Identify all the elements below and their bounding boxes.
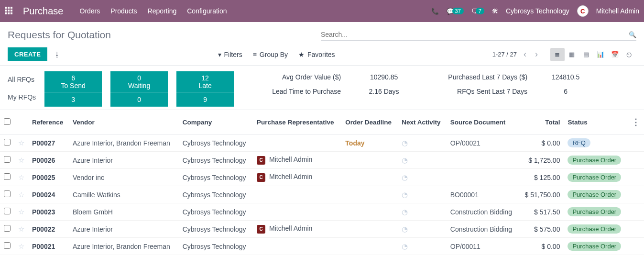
cell-rep: CMitchell Admin	[253, 169, 341, 186]
pager-prev[interactable]: ‹	[522, 49, 528, 59]
nav-configuration[interactable]: Configuration	[187, 7, 227, 15]
view-list-icon[interactable]: ≣	[550, 48, 565, 61]
cell-company: Cybrosys Technology	[179, 203, 253, 221]
app-brand[interactable]: Purchase	[23, 6, 64, 17]
view-activity-icon[interactable]: ◴	[622, 48, 636, 61]
nav-reporting[interactable]: Reporting	[148, 7, 177, 15]
table-row[interactable]: ☆P00021Azure Interior, Brandon FreemanCy…	[0, 238, 644, 255]
table-row[interactable]: ☆P00024Camille WatkinsCybrosys Technolog…	[0, 186, 644, 203]
row-checkbox[interactable]	[4, 173, 11, 180]
star-icon[interactable]: ☆	[14, 238, 28, 255]
table-row[interactable]: ☆P00022Azure InteriorCybrosys Technology…	[0, 221, 644, 238]
apps-icon[interactable]	[5, 7, 13, 15]
row-checkbox[interactable]	[4, 139, 11, 145]
search-icon[interactable]: 🔍	[629, 31, 636, 38]
dashboard: All RFQs My RFQs 6To Send30Waiting012Lat…	[0, 66, 644, 110]
pager-next[interactable]: ›	[533, 49, 540, 59]
star-icon[interactable]: ☆	[14, 186, 28, 203]
groupby-button[interactable]: ≡Group By	[253, 51, 288, 58]
th-total[interactable]: Total	[519, 110, 564, 134]
all-rfqs-label[interactable]: All RFQs	[8, 72, 36, 89]
row-checkbox[interactable]	[4, 156, 11, 163]
nav-products[interactable]: Products	[110, 7, 137, 15]
view-pivot-icon[interactable]: ▤	[579, 48, 593, 61]
tile-to-send[interactable]: 6To Send3	[44, 71, 102, 107]
th-reference[interactable]: Reference	[28, 110, 69, 134]
cell-rep	[253, 134, 341, 152]
th-vendor[interactable]: Vendor	[69, 110, 179, 134]
star-icon[interactable]: ☆	[14, 221, 28, 238]
view-kanban-icon[interactable]: ▦	[565, 48, 579, 61]
th-activity[interactable]: Next Activity	[398, 110, 447, 134]
filters-button[interactable]: ▾Filters	[218, 51, 242, 58]
cell-source: BO00001	[447, 186, 519, 203]
tile-waiting[interactable]: 0Waiting0	[110, 71, 168, 107]
cell-deadline	[341, 221, 398, 238]
cell-status: RFQ	[564, 255, 628, 257]
cell-total: $ 575.00	[519, 221, 564, 238]
messages-icon[interactable]: 💬37	[447, 8, 464, 15]
cell-status: Purchase Order	[564, 169, 628, 186]
star-icon[interactable]: ☆	[14, 203, 28, 221]
cell-deadline	[341, 169, 398, 186]
cell-activity[interactable]: ◔	[398, 203, 447, 221]
column-options-icon[interactable]: ⋮	[628, 110, 644, 134]
company-name[interactable]: Cybrosys Technology	[506, 7, 569, 15]
chat-icon[interactable]: 🗨7	[471, 8, 484, 15]
nav-orders[interactable]: Orders	[80, 7, 100, 15]
star-icon[interactable]: ☆	[14, 152, 28, 169]
clock-icon: ◔	[402, 173, 408, 181]
top-navbar: Purchase Orders Products Reporting Confi…	[0, 0, 644, 22]
cell-deadline: Today	[341, 134, 398, 152]
th-company[interactable]: Company	[179, 110, 253, 134]
table-row[interactable]: ☆P00023Bloem GmbHCybrosys Technology◔Con…	[0, 203, 644, 221]
cell-activity[interactable]: ◔	[398, 186, 447, 203]
th-status[interactable]: Status	[564, 110, 628, 134]
avatar[interactable]: C	[577, 5, 589, 17]
view-graph-icon[interactable]: 📊	[593, 48, 608, 61]
table-row[interactable]: ☆P00025Vendor incCybrosys TechnologyCMit…	[0, 169, 644, 186]
search-box[interactable]: 🔍	[321, 29, 636, 41]
breadcrumb-row: Requests for Quotation 🔍	[0, 22, 644, 44]
row-checkbox[interactable]	[4, 242, 11, 249]
cell-activity[interactable]: ◔	[398, 238, 447, 255]
cell-activity[interactable]: ◔	[398, 134, 447, 152]
table-row[interactable]: ☆P00027Azure Interior, Brandon FreemanCy…	[0, 134, 644, 152]
cell-activity[interactable]: ◔	[398, 221, 447, 238]
cell-vendor: Camille Watkins	[69, 186, 179, 203]
table-row[interactable]: ☆P00026Azure InteriorCybrosys Technology…	[0, 152, 644, 169]
th-deadline[interactable]: Order Deadline	[341, 110, 398, 134]
my-rfqs-label[interactable]: My RFQs	[8, 89, 36, 107]
user-name[interactable]: Mitchell Admin	[596, 7, 639, 15]
rfq-sent-7d-label: RFQs Sent Last 7 Days	[427, 88, 527, 95]
rep-name: Mitchell Admin	[269, 173, 312, 180]
star-icon[interactable]: ☆	[14, 169, 28, 186]
search-input[interactable]	[321, 31, 629, 38]
th-rep[interactable]: Purchase Representative	[253, 110, 341, 134]
favorites-button[interactable]: ★Favorites	[298, 51, 335, 58]
star-icon[interactable]: ☆	[14, 134, 28, 152]
upload-icon[interactable]: ⭳	[54, 51, 60, 58]
cell-activity[interactable]: ◔	[398, 169, 447, 186]
cell-source: OP/00011	[447, 238, 519, 255]
cell-vendor: Azure Interior	[69, 152, 179, 169]
tile-late[interactable]: 12Late9	[176, 71, 234, 107]
clock-icon: ◔	[402, 139, 408, 147]
cell-rep: CMitchell Admin	[253, 152, 341, 169]
view-calendar-icon[interactable]: 📅	[608, 48, 622, 61]
row-checkbox[interactable]	[4, 190, 11, 197]
row-checkbox[interactable]	[4, 208, 11, 214]
table-row[interactable]: ☆P00020Wood CornerCybrosys Technology8 d…	[0, 255, 644, 257]
phone-icon[interactable]: 📞	[431, 8, 439, 15]
cell-activity[interactable]: ◔	[398, 255, 447, 257]
cell-activity[interactable]: ◔	[398, 152, 447, 169]
row-checkbox[interactable]	[4, 225, 11, 232]
select-all-checkbox[interactable]	[4, 118, 11, 125]
create-button[interactable]: CREATE	[8, 47, 47, 61]
cell-deadline: 8 days ago	[341, 255, 398, 257]
th-source[interactable]: Source Document	[447, 110, 519, 134]
cell-total: $ 0.00	[519, 134, 564, 152]
cell-total: $ 1,725.00	[519, 152, 564, 169]
star-icon[interactable]: ☆	[14, 255, 28, 257]
tools-icon[interactable]: 🛠	[492, 8, 498, 15]
